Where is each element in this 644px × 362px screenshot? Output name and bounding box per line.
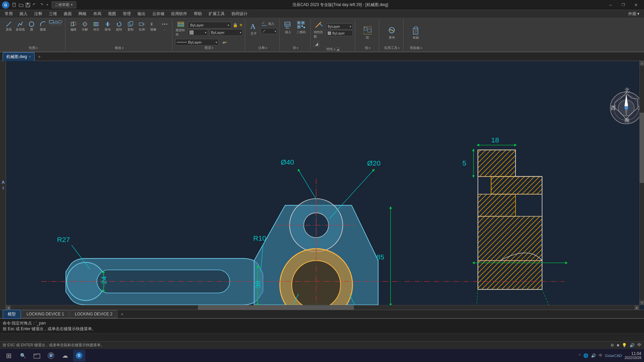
tool-paste[interactable]: 粘贴 <box>410 25 422 41</box>
qa-dropdown[interactable]: ▼ <box>45 2 50 8</box>
ai-sidebar-panel[interactable]: Ai <box>0 61 6 310</box>
annotation-group-label[interactable]: 注释▾ <box>248 46 277 50</box>
tool-insert-block[interactable]: BLK 插入 <box>282 20 294 35</box>
layer-group-label[interactable]: 图层▾ <box>175 46 243 50</box>
block-group-label[interactable]: 块▾ <box>282 46 308 50</box>
workspace-dropdown[interactable]: 二维草图 ▼ <box>52 1 76 8</box>
lineweight-dropdown[interactable]: ByLayer ▾ <box>175 39 219 46</box>
menu-sanwei[interactable]: 三维 <box>46 10 60 17</box>
menu-guanli[interactable]: 管理 <box>119 10 134 17</box>
menu-shitu[interactable]: 视图 <box>105 10 119 17</box>
tool-line[interactable]: 直线 <box>3 20 14 33</box>
add-layout-button[interactable]: + <box>118 310 126 318</box>
new-tab-button[interactable]: + <box>35 53 43 61</box>
tool-group[interactable]: 组 <box>362 25 373 41</box>
tool-offset[interactable]: 偏移 <box>68 20 79 33</box>
document-tab[interactable]: 机械图.dwg × <box>3 52 35 61</box>
menu-kuozhan[interactable]: 扩展工具 <box>205 10 228 17</box>
status-panel-icon[interactable]: ■ <box>617 343 619 348</box>
utilities-group-label[interactable]: 实用工具▾ <box>382 46 401 50</box>
tool-rotate[interactable]: 旋转 <box>114 20 124 33</box>
tab-close-button[interactable]: × <box>29 55 31 59</box>
menu-shuchu[interactable]: 输出 <box>134 10 149 17</box>
windows-search-button[interactable]: 🔍 <box>17 350 29 362</box>
layer-properties-button[interactable]: 图层特性 <box>175 20 186 38</box>
status-lang-label[interactable]: 中 <box>637 342 641 348</box>
draw-group-label[interactable]: 绘图▾ <box>3 46 63 50</box>
ribbon-group-modify: 偏移 分解 布尔 移动 旋转 <box>66 19 172 51</box>
linetype-dropdown[interactable]: ByLayer▾ <box>209 29 243 36</box>
tray-network-icon[interactable]: 🌐 <box>583 353 588 358</box>
tab-locking-2[interactable]: LOCKING DEVICE 2 <box>70 310 117 318</box>
tool-match-properties[interactable]: 特性匹配 <box>313 20 325 40</box>
qa-save[interactable] <box>25 2 31 8</box>
clock-display[interactable]: 11:04 2022/10/28 <box>625 351 641 360</box>
menu-waiguan[interactable]: 外观 ▾ <box>625 10 643 17</box>
cad-viewport[interactable]: Ø40 Ø20 R27 R10 Ø38 Ø65 85 24 38 <box>6 61 644 310</box>
tool-arc[interactable]: 圆弧 <box>38 20 48 33</box>
tool-qrcode[interactable]: 二维码 <box>295 20 307 35</box>
taskbar-gstarcad[interactable]: G <box>73 350 85 362</box>
svg-rect-25 <box>139 23 143 25</box>
svg-point-11 <box>58 20 62 23</box>
tool-explode[interactable]: 分解 <box>79 20 90 33</box>
prop-expand[interactable]: ◢ <box>313 41 319 47</box>
menu-bangzhu[interactable]: 帮助 <box>191 10 205 17</box>
menu-xietong[interactable]: 协同设计 <box>228 10 251 17</box>
tool-text[interactable]: A 文字 <box>248 20 259 37</box>
tool-copy[interactable]: 复制 <box>125 20 136 33</box>
close-button[interactable]: ✕ <box>630 1 642 9</box>
tab-model[interactable]: 模型 <box>3 310 21 319</box>
menu-yingyong[interactable]: 应用软件 <box>168 10 191 17</box>
prop-bylayer-2[interactable]: ByLayer <box>326 30 353 36</box>
menu-zhushi[interactable]: 注释 <box>31 10 46 17</box>
prop-bylayer-1[interactable]: ByLayer▾ <box>326 23 353 29</box>
layer-match-icon[interactable] <box>221 39 229 46</box>
menu-yuncunchu[interactable]: 云存储 <box>149 10 168 17</box>
groups-group-label[interactable]: 组▾ <box>358 46 377 50</box>
layer-dropdown[interactable]: ByLayer▾ <box>188 22 231 28</box>
qa-redo[interactable] <box>38 2 44 8</box>
tool-boolean[interactable]: 布尔 <box>91 20 102 33</box>
status-sound-icon[interactable]: 🔊 <box>630 343 635 348</box>
qa-undo[interactable] <box>32 2 38 8</box>
tool-dimension[interactable]: 插入 <box>261 20 276 27</box>
color-dropdown[interactable]: ▾ <box>188 29 208 36</box>
bottom-tab-row: 模型 LOCKING DEVICE 1 LOCKING DEVICE 2 + <box>0 310 644 318</box>
tool-more-shapes[interactable] <box>49 20 63 26</box>
taskbar-onedrive[interactable]: ☁ <box>59 350 71 362</box>
windows-start-button[interactable]: ⊞ <box>3 350 15 362</box>
tool-move[interactable]: 移动 <box>102 20 113 33</box>
status-light-icon[interactable]: 💡 <box>622 343 627 348</box>
qa-open[interactable] <box>18 2 24 8</box>
menu-buju[interactable]: 布局 <box>90 10 105 17</box>
tray-volume-icon[interactable]: 🔊 <box>591 353 596 358</box>
tray-up-arrow[interactable]: ^ <box>579 354 581 357</box>
tool-more-modify[interactable]: ... <box>159 20 170 32</box>
tray-lang-icon[interactable]: 中 <box>599 353 602 358</box>
restore-button[interactable]: ❐ <box>617 1 629 9</box>
qa-new[interactable] <box>11 2 17 8</box>
tab-locking-1[interactable]: LOCKING DEVICE 1 <box>21 310 69 318</box>
menu-charu[interactable]: 插入 <box>16 10 31 17</box>
status-gear-icon[interactable]: ⚙ <box>610 343 614 348</box>
command-input[interactable] <box>3 335 641 340</box>
minimize-button[interactable]: − <box>604 1 616 9</box>
menu-wangge[interactable]: 网格 <box>75 10 90 17</box>
tool-query[interactable]: 查询 <box>386 25 397 41</box>
tool-polyline[interactable]: 多段线 <box>15 20 25 33</box>
tool-stretch[interactable]: 拉伸 <box>137 20 147 33</box>
taskbar-chrome[interactable] <box>45 350 57 362</box>
taskbar-explorer[interactable] <box>31 350 43 362</box>
annotation-scale[interactable]: ▾ <box>261 28 277 34</box>
svg-text:18: 18 <box>491 136 499 144</box>
modify-group-label[interactable]: 修改▾ <box>68 46 170 50</box>
properties-group-label[interactable]: 特性▾ ◢ <box>313 47 353 52</box>
tool-mirror[interactable]: 镜像 <box>148 20 159 33</box>
tool-circle[interactable]: 圆 <box>26 20 37 33</box>
clipboard-group-label[interactable]: 剪贴板▾ <box>406 46 426 50</box>
menu-qumian[interactable]: 曲面 <box>60 10 75 17</box>
scrollbar-vertical[interactable]: ▲ ▼ <box>639 61 644 305</box>
menu-changyong[interactable]: 常用 <box>1 10 16 17</box>
scrollbar-horizontal[interactable]: ◀ ▶ <box>6 305 639 310</box>
